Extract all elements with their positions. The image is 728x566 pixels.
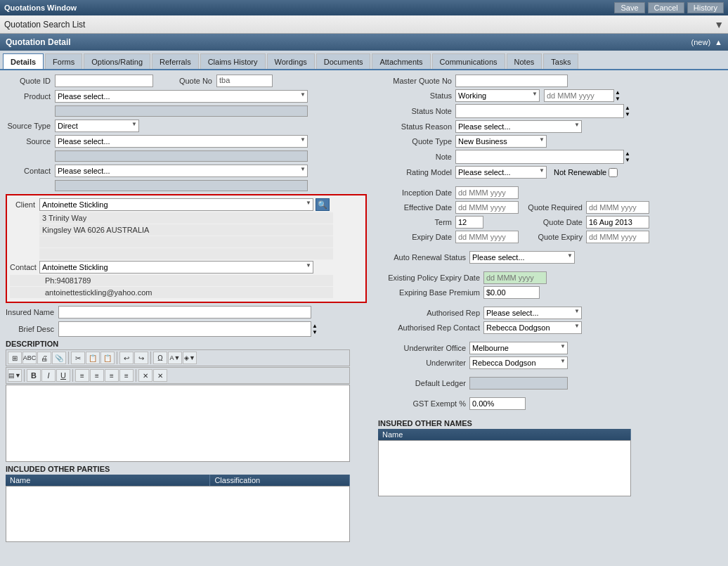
tb-table-btn[interactable]: ⊞ [8, 352, 22, 364]
quote-date-input[interactable]: 16 Aug 2013 [586, 216, 649, 229]
expand-icon[interactable]: ▼ [714, 19, 724, 30]
tb-copy-btn[interactable]: 📋 [86, 352, 100, 364]
source-type-select[interactable]: Direct [55, 120, 139, 132]
auto-renewal-select[interactable]: Please select... [469, 251, 575, 264]
quote-expiry-input[interactable] [586, 231, 649, 243]
tb-align-left-btn[interactable]: ≡ [75, 369, 89, 382]
tab-tasks[interactable]: Tasks [543, 53, 578, 69]
history-button[interactable]: History [687, 2, 724, 13]
existing-policy-input[interactable] [483, 271, 547, 284]
title-bar: Quotations Window Save Cancel History [0, 0, 728, 15]
tb-italic-btn[interactable]: I [41, 369, 56, 382]
included-table-body [6, 486, 350, 542]
quote-id-input[interactable] [55, 75, 153, 87]
collapse-icon[interactable]: ▲ [715, 38, 722, 46]
tb-attach-btn[interactable]: 📎 [52, 352, 66, 364]
note-scroll[interactable]: ▲ ▼ [625, 150, 630, 163]
tb-underline-btn[interactable]: U [56, 369, 70, 382]
tb-print-btn[interactable]: 🖨 [37, 352, 51, 364]
auth-rep-contact-select[interactable]: Rebecca Dodgson [483, 321, 582, 334]
status-date-input[interactable] [544, 89, 614, 102]
contact-row: Contact Please select... [6, 165, 367, 177]
tab-notes[interactable]: Notes [507, 53, 542, 69]
term-input[interactable]: 12 [455, 216, 483, 229]
tab-details[interactable]: Details [3, 53, 44, 69]
status-date-scroll[interactable]: ▲ ▼ [615, 89, 620, 102]
effective-date-input[interactable] [455, 201, 519, 214]
tb-cut-btn[interactable]: ✂ [71, 352, 85, 364]
tb-font-color-btn[interactable]: A▼ [168, 352, 182, 364]
title-bar-buttons: Save Cancel History [614, 2, 724, 13]
tb-highlight-btn[interactable]: ◈▼ [183, 352, 197, 364]
underwriter-select[interactable]: Rebecca Dodgson [469, 356, 568, 369]
detail-bar: Quotation Detail (new) ▲ [0, 34, 728, 51]
effective-date-row: Effective Date Quote Required [378, 201, 722, 214]
email-value: antoinettestickling@yahoo.com [45, 288, 152, 297]
tab-communications[interactable]: Communications [432, 53, 505, 69]
expiring-premium-input[interactable]: $0.00 [483, 286, 540, 299]
status-label: Status [378, 91, 455, 100]
tb-clear2-btn[interactable]: ✕ [153, 369, 167, 382]
auth-rep-select[interactable]: Please select... [483, 307, 582, 319]
insured-name-input[interactable] [58, 306, 311, 319]
note-input[interactable] [455, 150, 624, 164]
status-select[interactable]: Working [455, 89, 540, 102]
description-editor[interactable] [6, 385, 350, 462]
tab-wordings[interactable]: Wordings [267, 53, 315, 69]
not-renewable-checkbox[interactable] [609, 168, 618, 177]
quote-required-input[interactable] [586, 201, 649, 214]
tb-align-right-btn[interactable]: ≡ [105, 369, 119, 382]
product-label: Product [6, 92, 55, 101]
underwriter-office-select[interactable]: Melbourne [469, 342, 568, 354]
cancel-button[interactable]: Cancel [648, 2, 684, 13]
tab-forms[interactable]: Forms [45, 53, 82, 69]
master-quote-input[interactable] [455, 75, 568, 87]
tab-attachments[interactable]: Attachments [372, 53, 430, 69]
auto-renewal-label: Auto Renewal Status [378, 253, 469, 262]
editor-toolbar-row2: ▤▼ B I U ≡ ≡ ≡ ≡ ✕ ✕ [6, 367, 350, 384]
inception-date-input[interactable] [455, 186, 519, 199]
quote-type-select[interactable]: New Business [455, 135, 547, 148]
tb-abc-btn[interactable]: ABC [22, 352, 37, 364]
contact-select[interactable]: Please select... [55, 165, 308, 177]
rating-model-row: Rating Model Please select... Not Renewa… [378, 166, 722, 179]
tb-redo-btn[interactable]: ↪ [134, 352, 148, 364]
gst-exempt-input[interactable]: 0.00% [469, 397, 526, 410]
save-button[interactable]: Save [614, 2, 644, 13]
tb-clear1-btn[interactable]: ✕ [138, 369, 152, 382]
tb-paste-btn[interactable]: 📋 [100, 352, 115, 364]
tb-bold-btn[interactable]: B [27, 369, 41, 382]
tb-style-btn[interactable]: ▤▼ [8, 369, 22, 382]
client-contact-select[interactable]: Antoinette Stickling [39, 261, 313, 274]
client-row: Client Antoinette Stickling 🔍 [10, 198, 363, 211]
main-content: Quote ID Quote No tba Product Please sel… [0, 70, 728, 566]
master-quote-row: Master Quote No [378, 75, 722, 87]
status-note-scroll[interactable]: ▲ ▼ [625, 105, 630, 117]
tab-documents[interactable]: Documents [316, 53, 371, 69]
expiry-date-input[interactable] [455, 231, 519, 243]
included-col-classification: Classification [210, 475, 350, 486]
expiring-premium-label: Expiring Base Premium [378, 288, 483, 297]
client-select[interactable]: Antoinette Stickling [39, 198, 313, 211]
status-reason-select[interactable]: Please select... [455, 120, 582, 133]
tab-referrals[interactable]: Referrals [152, 53, 199, 69]
tab-options-rating[interactable]: Options/Rating [84, 53, 150, 69]
tab-claims-history[interactable]: Claims History [200, 53, 266, 69]
product-row: Product Please select... [6, 90, 367, 103]
detail-bar-title: Quotation Detail [6, 37, 71, 47]
brief-desc-input[interactable] [58, 321, 311, 337]
source-select[interactable]: Please select... [55, 135, 308, 148]
product-select[interactable]: Please select... [55, 90, 308, 103]
tb-omega-btn[interactable]: Ω [153, 352, 167, 364]
brief-desc-scroll[interactable]: ▲ ▼ [312, 323, 318, 335]
status-note-input[interactable] [455, 104, 624, 118]
client-box: Client Antoinette Stickling 🔍 3 Trinity … [6, 194, 367, 303]
client-contact-label: Contact [10, 263, 39, 271]
tb-justify-btn[interactable]: ≡ [119, 369, 134, 382]
tb-undo-btn[interactable]: ↩ [119, 352, 134, 364]
rating-model-select[interactable]: Please select... [455, 166, 547, 179]
tab-bar: Details Forms Options/Rating Referrals C… [0, 51, 728, 70]
client-search-button[interactable]: 🔍 [316, 198, 330, 211]
tb-align-center-btn[interactable]: ≡ [90, 369, 104, 382]
inception-date-row: Inception Date [378, 186, 722, 199]
